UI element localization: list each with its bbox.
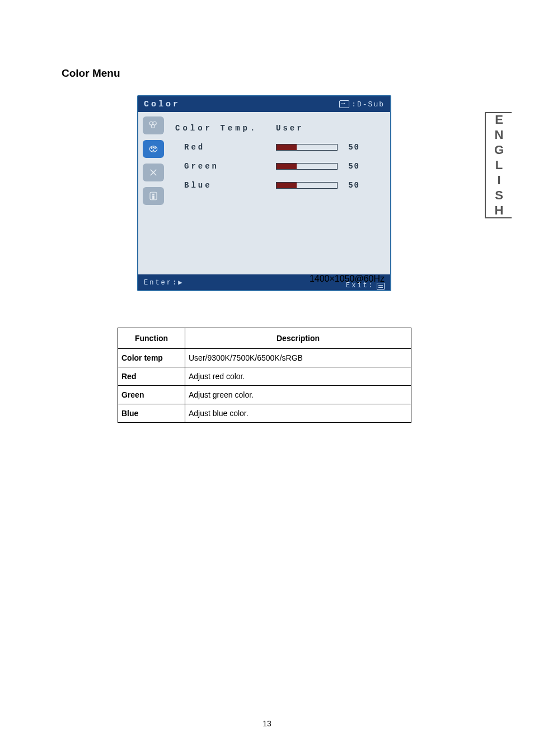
osd-footer: Enter:▶ 1400×1050@60Hz Exit: (138, 274, 390, 290)
svg-point-6 (154, 147, 156, 148)
table-row: Green Adjust green color. (118, 386, 411, 404)
slider-value: 50 (344, 143, 360, 152)
osd-row-red[interactable]: Red 50 (175, 138, 381, 157)
slider-red[interactable]: 50 (276, 143, 360, 152)
td-desc: Adjust red color. (185, 367, 411, 386)
osd-label: Blue (175, 181, 276, 190)
osd-sidebar (138, 112, 172, 274)
osd-panel: Color :D-Sub (137, 95, 391, 291)
tools-icon[interactable] (143, 164, 164, 181)
language-tab: ENGLISH (485, 112, 512, 218)
table-header-row: Function Description (118, 328, 411, 349)
td-func: Green (118, 386, 185, 404)
slider-blue[interactable]: 50 (276, 181, 360, 190)
svg-rect-9 (153, 194, 154, 195)
osd-source-label: :D-Sub (352, 100, 385, 109)
osd-enter-hint: Enter:▶ (144, 278, 184, 287)
slider-track (276, 163, 338, 170)
svg-point-7 (153, 150, 154, 151)
osd-label: Green (175, 162, 276, 171)
language-tab-label: ENGLISH (491, 113, 506, 218)
table-row: Blue Adjust blue color. (118, 404, 411, 423)
osd-header: Color :D-Sub (138, 96, 390, 112)
osd-value: User (276, 124, 304, 133)
osd-source: :D-Sub (339, 100, 385, 109)
table-row: Color temp User/9300K/7500K/6500K/sRGB (118, 349, 411, 367)
td-func: Blue (118, 404, 185, 423)
menu-icon (377, 283, 385, 290)
osd-label: Red (175, 143, 276, 152)
slider-track (276, 144, 338, 151)
slider-green[interactable]: 50 (276, 162, 360, 171)
osd-row-green[interactable]: Green 50 (175, 157, 381, 176)
td-func: Color temp (118, 349, 185, 367)
osd-exit-label: Exit: (346, 282, 374, 290)
svg-rect-10 (153, 196, 154, 199)
td-desc: Adjust blue color. (185, 404, 411, 423)
color-icon[interactable] (143, 140, 164, 158)
page-number: 13 (0, 719, 534, 728)
osd-list: Color Temp. User Red 50 Green 50 (172, 112, 390, 274)
slider-fill (277, 164, 297, 169)
svg-point-2 (151, 125, 154, 128)
slider-track (276, 182, 338, 189)
slider-fill (277, 183, 297, 188)
svg-point-4 (151, 147, 152, 148)
osd-row-blue[interactable]: Blue 50 (175, 176, 381, 195)
description-table: Function Description Color temp User/930… (118, 328, 411, 423)
td-func: Red (118, 367, 185, 386)
osd-title: Color (144, 100, 180, 109)
osd-label: Color Temp. (175, 124, 276, 133)
td-desc: Adjust green color. (185, 386, 411, 404)
palette-icon[interactable] (143, 116, 164, 134)
info-icon[interactable] (143, 187, 164, 205)
input-source-icon (339, 100, 349, 108)
th-description: Description (185, 328, 411, 349)
osd-exit-hint: Exit: (346, 282, 385, 290)
th-function: Function (118, 328, 185, 349)
slider-value: 50 (344, 181, 360, 190)
slider-fill (277, 144, 297, 150)
osd-body: Color Temp. User Red 50 Green 50 (138, 112, 390, 274)
table-row: Red Adjust red color. (118, 367, 411, 386)
osd-row-color-temp[interactable]: Color Temp. User (175, 119, 381, 138)
td-desc: User/9300K/7500K/6500K/sRGB (185, 349, 411, 367)
section-heading: Color Menu (62, 67, 120, 80)
slider-value: 50 (344, 162, 360, 171)
svg-point-5 (153, 147, 154, 148)
